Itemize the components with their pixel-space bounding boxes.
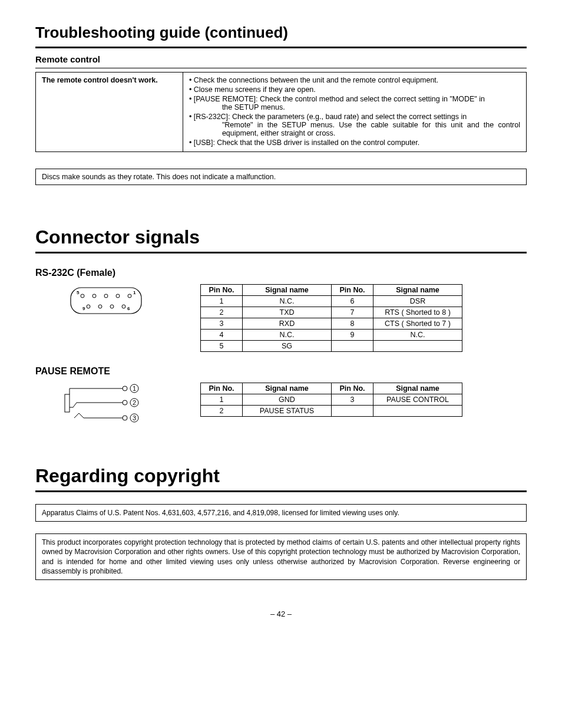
pause-diagram: 1 2 3 (35, 383, 177, 424)
th-signal: Signal name (373, 285, 462, 296)
page-title: Troubleshooting guide (continued) (35, 24, 527, 42)
svg-point-3 (104, 294, 108, 298)
svg-text:9: 9 (82, 306, 85, 311)
th-pin: Pin No. (332, 383, 373, 394)
copyright-box-1: Apparatus Claims of U.S. Patent Nos. 4,6… (35, 504, 527, 522)
svg-rect-14 (65, 394, 70, 412)
svg-point-24 (123, 416, 127, 420)
pause-pin-table: Pin No. Signal name Pin No. Signal name … (200, 383, 462, 417)
th-pin: Pin No. (332, 285, 373, 296)
svg-point-6 (87, 305, 90, 308)
svg-text:1: 1 (133, 290, 136, 295)
table-row: 1GND3PAUSE CONTROL (201, 394, 462, 406)
copyright-rule (35, 490, 527, 492)
svg-point-21 (123, 400, 127, 405)
th-pin: Pin No. (201, 285, 243, 296)
page-number: – 42 – (35, 610, 527, 618)
title-rule (35, 47, 527, 48)
table-row: 2TXD7RTS ( Shorted to 8 ) (201, 307, 462, 318)
svg-rect-0 (71, 288, 141, 314)
copyright-box-2: This product incorporates copyright prot… (35, 533, 527, 580)
svg-point-7 (98, 305, 102, 308)
th-pin: Pin No. (201, 383, 243, 394)
svg-point-9 (122, 305, 125, 308)
svg-point-17 (123, 386, 127, 391)
rc-bullet: • [PAUSE REMOTE]: Check the control meth… (189, 95, 520, 111)
remote-control-heading: Remote control (35, 54, 527, 64)
remote-control-table: The remote control doesn't work. • Check… (35, 72, 527, 152)
remote-control-rule (35, 68, 527, 68)
svg-text:3: 3 (133, 414, 136, 421)
svg-point-4 (116, 294, 120, 298)
rs232c-heading: RS-232C (Female) (35, 268, 527, 278)
connector-rule (35, 252, 527, 253)
table-row: 2PAUSE STATUS (201, 406, 462, 417)
svg-text:1: 1 (133, 385, 136, 392)
svg-point-8 (110, 305, 114, 308)
table-row: 1N.C.6DSR (201, 296, 462, 307)
connector-title: Connector signals (35, 226, 527, 248)
svg-text:5: 5 (77, 290, 80, 295)
table-row: 3RXD8CTS ( Shorted to 7 ) (201, 318, 462, 330)
th-signal: Signal name (243, 285, 332, 296)
svg-point-2 (92, 294, 96, 298)
rc-bullet: • [USB]: Check that the USB driver is in… (189, 139, 520, 147)
table-row: 4N.C.9N.C. (201, 330, 462, 341)
svg-text:2: 2 (133, 399, 136, 406)
svg-point-5 (128, 294, 131, 298)
pause-heading: PAUSE REMOTE (35, 366, 527, 377)
rc-symptom: The remote control doesn't work. (36, 73, 183, 152)
svg-text:6: 6 (127, 306, 130, 311)
rc-bullet: • Close menu screens if they are open. (189, 85, 520, 94)
rc-bullet: • Check the connections between the unit… (189, 76, 520, 84)
rs232c-pin-table: Pin No. Signal name Pin No. Signal name … (200, 284, 462, 352)
disc-note: Discs make sounds as they rotate. This d… (35, 169, 527, 185)
rs232c-diagram: 5 1 9 6 (35, 284, 177, 317)
table-row: 5SG (201, 341, 462, 352)
th-signal: Signal name (243, 383, 332, 394)
svg-point-1 (81, 294, 84, 298)
copyright-title: Regarding copyright (35, 465, 527, 487)
rc-bullet: • [RS-232C]: Check the parameters (e.g.,… (189, 113, 520, 137)
th-signal: Signal name (373, 383, 462, 394)
rc-solutions: • Check the connections between the unit… (183, 73, 526, 152)
